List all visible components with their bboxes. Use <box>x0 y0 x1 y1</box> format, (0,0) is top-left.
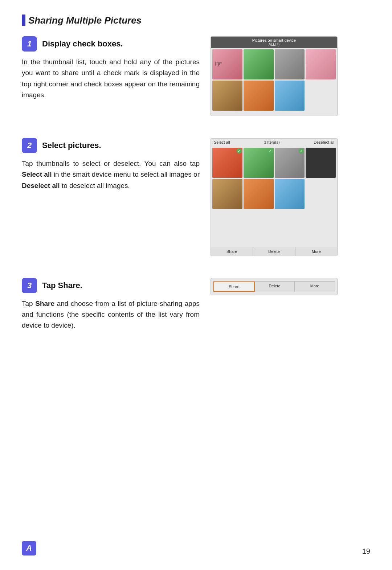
step-2-phone-grid: ✓ ✓ ✓ <box>211 146 337 210</box>
thumb-s2-5 <box>212 179 242 209</box>
step-2-title: Select pictures. <box>42 141 101 150</box>
step-1-phone: Pictures on smart device ALL(7) ☞ <box>211 36 338 116</box>
thumb-s2-7 <box>275 179 305 209</box>
thumb-s2-4 <box>306 148 336 178</box>
step-1-heading: 1 Display check boxes. <box>22 36 200 52</box>
thumb-4 <box>306 49 336 79</box>
more-button-step2[interactable]: More <box>295 247 337 256</box>
thumb-s2-1: ✓ <box>212 148 242 178</box>
page-number: 19 <box>362 547 370 555</box>
item-count-label: 3 Item(s) <box>264 140 279 144</box>
delete-button-step2[interactable]: Delete <box>253 247 295 256</box>
step-3-actions: Share Delete More <box>213 281 335 292</box>
share-button-step2[interactable]: Share <box>211 247 253 256</box>
step-1-left: 1 Display check boxes. In the thumbnail … <box>22 36 211 101</box>
section-header-bar <box>22 15 25 26</box>
check-1: ✓ <box>237 148 242 153</box>
page-footer: A 19 <box>22 541 370 555</box>
step-1-phone-ui: Pictures on smart device ALL(7) ☞ <box>211 36 338 116</box>
step-2-toolbar: Select all 3 Item(s) Deselect all <box>211 138 337 146</box>
select-all-label[interactable]: Select all <box>214 140 230 144</box>
step-2-badge: 2 <box>22 138 37 153</box>
step-2-heading: 2 Select pictures. <box>22 138 200 153</box>
thumb-s2-3: ✓ <box>275 148 305 178</box>
step-3-left: 3 Tap Share. Tap Share and choose from a… <box>22 278 211 331</box>
deselect-all-label[interactable]: Deselect all <box>314 140 334 144</box>
step-3-heading: 3 Tap Share. <box>22 278 200 293</box>
thumb-s2-6 <box>244 179 274 209</box>
share-button-step3[interactable]: Share <box>213 282 255 292</box>
step-3-phone-ui: Share Delete More <box>211 278 338 295</box>
footer-badge: A <box>22 541 36 555</box>
step-2-phone: Select all 3 Item(s) Deselect all ✓ ✓ ✓ <box>211 138 338 256</box>
thumb-5 <box>212 81 242 111</box>
step-2-left: 2 Select pictures. Tap thumbnails to sel… <box>22 138 211 191</box>
thumb-6 <box>244 81 274 111</box>
step-3-block: 3 Tap Share. Tap Share and choose from a… <box>22 278 370 331</box>
step-3-title: Tap Share. <box>42 281 82 290</box>
section-header: Sharing Multiple Pictures <box>22 15 370 26</box>
step-2-phone-ui: Select all 3 Item(s) Deselect all ✓ ✓ ✓ <box>211 138 338 256</box>
step-1-badge: 1 <box>22 36 37 52</box>
cursor-icon: ☞ <box>215 59 222 69</box>
check-2: ✓ <box>268 148 273 153</box>
delete-button-step3[interactable]: Delete <box>255 282 295 292</box>
step-1-phone-grid: ☞ <box>211 48 337 112</box>
thumb-s2-2: ✓ <box>244 148 274 178</box>
step-1-title: Display check boxes. <box>42 39 123 49</box>
step-3-phone: Share Delete More <box>211 278 338 295</box>
step-2-actions: Share Delete More <box>211 247 337 256</box>
thumb-2 <box>244 49 274 79</box>
step-1-phone-header: Pictures on smart device ALL(7) <box>211 37 337 48</box>
thumb-1: ☞ <box>212 49 242 79</box>
step-1-block: 1 Display check boxes. In the thumbnail … <box>22 36 370 116</box>
section-title: Sharing Multiple Pictures <box>28 15 142 26</box>
step-2-block: 2 Select pictures. Tap thumbnails to sel… <box>22 138 370 256</box>
check-3: ✓ <box>299 148 304 153</box>
more-button-step3[interactable]: More <box>295 282 335 292</box>
thumb-3 <box>275 49 305 79</box>
thumb-7 <box>275 81 305 111</box>
step-2-body: Tap thumbnails to select or deselect. Yo… <box>22 158 200 191</box>
step-2-spacer <box>211 210 337 247</box>
step-3-badge: 3 <box>22 278 37 293</box>
step-1-body: In the thumbnail list, touch and hold an… <box>22 57 200 101</box>
step-3-body: Tap Share and choose from a list of pict… <box>22 298 200 331</box>
